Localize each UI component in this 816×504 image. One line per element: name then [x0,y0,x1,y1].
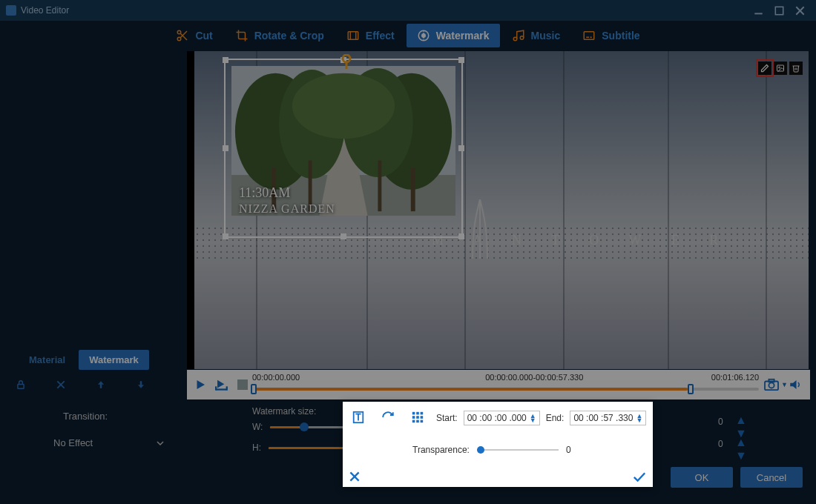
music-icon [512,29,525,42]
svg-rect-43 [215,386,217,390]
app-logo-icon [6,5,16,16]
svg-rect-55 [412,416,415,419]
cancel-button[interactable]: Cancel [740,467,803,488]
watermark-icon [417,29,430,42]
time-end-label: 00:01:06.120 [711,373,759,382]
tab-rotate-crop[interactable]: Rotate & Crop [225,24,335,47]
transition-label: Transition: [63,411,108,422]
backdrop-sculpture-icon [469,199,491,259]
move-up-icon[interactable] [95,379,107,390]
minimize-button[interactable] [748,3,769,18]
tab-label: Cut [195,30,212,42]
start-time-value: 00 :00 :00 .000 [467,413,527,423]
svg-point-15 [520,36,524,40]
svg-point-46 [769,382,774,388]
watermark-pin-icon[interactable] [340,54,353,70]
left-tabs: Material Watermark [19,350,149,370]
popup-confirm-button[interactable] [632,471,647,483]
chevron-down-icon [157,440,164,447]
watermark-image-button[interactable] [774,62,787,75]
move-down-icon[interactable] [135,379,147,390]
h-spinner[interactable]: ▲▼ [736,436,746,449]
watermark-overlay-title: NIZZA GARDEN [239,202,335,216]
tab-cut[interactable]: Cut [165,24,223,47]
subtitle-icon [582,29,596,42]
toolbar: Cut Rotate & Crop Effect Watermark Music… [0,21,816,50]
lock-icon[interactable] [15,379,27,390]
transparency-label: Transparence: [412,445,470,455]
svg-rect-42 [217,388,227,390]
tab-label: Effect [366,30,395,42]
end-time-input[interactable]: 00 :00 :57 .330 ▲▼ [570,411,646,425]
svg-marker-48 [790,380,796,389]
transparency-slider[interactable] [477,445,559,454]
tab-watermark[interactable]: Watermark [407,24,500,47]
svg-point-14 [513,37,517,41]
svg-rect-56 [416,416,419,419]
preview-canvas[interactable]: M A N T O W E R 11:30AM NIZZA GARDEN [194,51,809,369]
end-label: End: [546,413,565,423]
watermark-toolbar [758,62,803,75]
watermark-box[interactable]: 11:30AM NIZZA GARDEN [224,59,463,238]
ok-button[interactable]: OK [671,467,733,488]
snapshot-button[interactable] [763,378,780,391]
svg-rect-58 [412,420,415,423]
svg-marker-41 [217,380,224,388]
transition-value: No Effect [53,437,93,448]
start-down-icon[interactable]: ▼ [530,418,536,422]
tab-subtitle[interactable]: Subtitle [572,24,650,47]
svg-rect-57 [421,416,424,419]
maximize-button[interactable] [769,3,789,18]
text-tool-icon[interactable] [352,411,365,424]
svg-rect-47 [769,379,774,382]
svg-point-5 [178,37,182,41]
play-button[interactable] [191,376,209,394]
left-tab-watermark[interactable]: Watermark [79,350,149,370]
w-label: W: [252,422,263,432]
stop-button[interactable] [237,379,248,390]
tab-effect[interactable]: Effect [336,24,405,47]
scissors-icon [176,29,189,42]
timeline-track[interactable]: 00:00:00.000 00:00:00.000-00:00:57.330 0… [252,371,759,398]
snapshot-dropdown-icon[interactable]: ▼ [781,381,788,388]
time-range-label: 00:00:00.000-00:00:57.330 [485,373,583,382]
volume-button[interactable] [788,378,803,391]
transition-select[interactable]: No Effect [53,437,164,448]
effect-icon [346,29,360,42]
close-button[interactable] [789,3,810,18]
svg-rect-1 [775,7,783,14]
title-bar: Video Editor [0,0,816,21]
transparency-value: 0 [566,445,571,455]
play-range-button[interactable] [214,376,231,394]
svg-rect-54 [421,412,424,415]
watermark-edit-button[interactable] [758,62,771,75]
svg-rect-8 [348,32,358,40]
start-time-input[interactable]: 00 :00 :00 .000 ▲▼ [464,411,540,425]
tab-label: Music [531,30,561,42]
tab-label: Subtitle [602,30,639,42]
svg-rect-29 [378,160,381,211]
popup-cancel-button[interactable] [349,471,361,483]
in-marker[interactable] [251,384,257,394]
svg-rect-16 [585,32,595,40]
svg-rect-60 [421,420,424,423]
crop-icon [235,29,249,42]
svg-point-34 [779,67,780,68]
w-value: 0 [718,417,723,427]
tab-music[interactable]: Music [501,24,571,47]
end-down-icon[interactable]: ▼ [636,418,642,422]
refresh-icon[interactable] [381,411,395,424]
canvas-border [187,51,194,369]
w-spinner[interactable]: ▲▼ [736,414,746,427]
watermark-time-popup: Start: 00 :00 :00 .000 ▲▼ End: 00 :00 :5… [343,402,653,487]
left-icon-bar [15,379,147,390]
watermark-delete-button[interactable] [789,62,803,75]
svg-point-4 [178,30,182,34]
out-marker[interactable] [688,384,694,394]
remove-icon[interactable] [55,379,67,390]
tab-label: Watermark [436,30,490,42]
end-time-value: 00 :00 :57 .330 [573,413,633,423]
grid-icon[interactable] [411,411,424,424]
left-tab-material[interactable]: Material [19,350,76,370]
player-bar: 00:00:00.000 00:00:00.000-00:00:57.330 0… [187,370,810,399]
